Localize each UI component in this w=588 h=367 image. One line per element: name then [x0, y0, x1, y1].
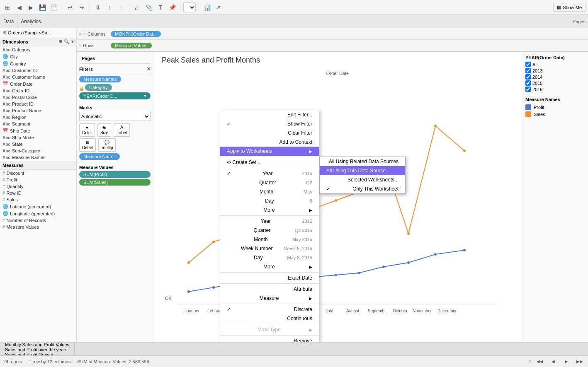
ctx-exact-date[interactable]: Exact Date	[220, 273, 319, 282]
bottom-tab-sales-and-profit-growth[interactable]: Sales and Profit Growth	[0, 352, 75, 356]
data-tab[interactable]: Data	[0, 15, 17, 28]
year-filter-2015[interactable]: 2015	[525, 80, 585, 86]
year-filter-All[interactable]: All	[525, 62, 585, 67]
sum-profit-pill[interactable]: SUM(Profit)	[79, 171, 151, 178]
marks-color-btn[interactable]: ● Color	[79, 123, 95, 137]
sidebar-dim-ship-date[interactable]: 📅Ship Date	[0, 127, 76, 134]
ctx-day-discrete[interactable]: Day 8	[220, 196, 319, 205]
sidebar-dim-order-id[interactable]: AbcOrder ID	[0, 87, 76, 94]
sort-desc-icon[interactable]: ↓	[116, 2, 126, 12]
show-me-button[interactable]: ▦ Show Me	[553, 3, 586, 12]
redo-icon[interactable]: ↪	[77, 2, 87, 12]
sub-all-this-datasource[interactable]: All Using This Data Source	[320, 166, 405, 175]
marks-size-btn[interactable]: ◉ Size	[97, 123, 111, 137]
ctx-edit-filter[interactable]: Edit Filter...	[220, 110, 319, 119]
sidebar-dim-category[interactable]: AbcCategory	[0, 46, 76, 53]
home-icon[interactable]: ⊞	[2, 2, 12, 12]
year-checkbox[interactable]	[525, 80, 531, 86]
ctx-more-discrete[interactable]: More ▶	[220, 205, 319, 215]
sidebar-dim-customer-name[interactable]: AbcCustomer Name	[0, 74, 76, 80]
ctx-continuous[interactable]: Continuous	[220, 314, 319, 323]
save-icon[interactable]: 💾	[37, 2, 47, 12]
marks-label-btn[interactable]: A Label	[114, 123, 129, 137]
sidebar-dim-order-date[interactable]: 📅Order Date	[0, 80, 76, 87]
sub-all-related[interactable]: All Using Related Data Sources	[320, 157, 405, 166]
marks-type-select[interactable]: Automatic	[79, 112, 151, 121]
ctx-more-cont[interactable]: More ▶	[220, 262, 319, 271]
year-checkbox[interactable]	[525, 87, 531, 92]
sidebar-meas-latitude--generated-[interactable]: 🌐Latitude (generated)	[0, 203, 76, 210]
ctx-month-discrete[interactable]: Month May	[220, 187, 319, 196]
ctx-day-cont[interactable]: Day May 8, 2015	[220, 253, 319, 262]
year-checkbox[interactable]	[525, 74, 531, 80]
clip-icon[interactable]: 📎	[144, 2, 154, 12]
swap-icon[interactable]: ⇅	[93, 2, 103, 12]
sidebar-dim-segment[interactable]: AbcSegment	[0, 121, 76, 127]
sidebar-meas-measure-values[interactable]: #Measure Values	[0, 224, 76, 230]
standard-select[interactable]: Standard	[183, 2, 196, 12]
sidebar-meas-quantity[interactable]: #Quantity	[0, 183, 76, 190]
chart-icon[interactable]: 📊	[202, 2, 212, 12]
page-back-btn[interactable]: ◀	[548, 357, 558, 367]
bottom-tab-monthly-sales-and-profit-values[interactable]: Monthly Sales and Profit Values	[0, 342, 75, 347]
year-filter-2013[interactable]: 2013	[525, 68, 585, 73]
sidebar-meas-discount[interactable]: #Discount	[0, 170, 76, 176]
ctx-measure[interactable]: Measure ▶	[220, 294, 319, 303]
filters-close-icon[interactable]: ✕	[147, 66, 151, 72]
sidebar-dim-postal-code[interactable]: AbcPostal Code	[0, 94, 76, 101]
undo-icon[interactable]: ↩	[65, 2, 75, 12]
ctx-attribute[interactable]: Attribute	[220, 285, 319, 294]
sidebar-dim-sub-category[interactable]: AbcSub-Category	[0, 147, 76, 154]
year-filter-2014[interactable]: 2014	[525, 74, 585, 80]
sidebar-meas-sales[interactable]: #Sales	[0, 196, 76, 203]
ctx-add-context[interactable]: Add to Context	[220, 138, 319, 147]
marks-measure-names-pill[interactable]: Measure Nam...	[79, 153, 120, 160]
ctx-remove[interactable]: Remove	[220, 336, 319, 342]
ctx-create-set[interactable]: ⊙ Create Set...	[220, 158, 319, 167]
forward-icon[interactable]: ▶	[26, 2, 36, 12]
analytics-tab[interactable]: Analytics	[17, 15, 44, 28]
sub-selected-worksheets[interactable]: Selected Worksheets...	[320, 175, 405, 184]
ctx-show-filter[interactable]: Show Filter	[220, 119, 319, 128]
back-icon[interactable]: ◀	[14, 2, 24, 12]
year-filter-2016[interactable]: 2016	[525, 87, 585, 92]
year-checkbox[interactable]	[525, 62, 531, 67]
grid-icon[interactable]: ⊞	[58, 39, 62, 44]
sidebar-meas-number-of-records[interactable]: #Number of Records	[0, 217, 76, 224]
year-checkbox[interactable]	[525, 68, 531, 73]
new-icon[interactable]: 📄	[49, 2, 59, 12]
pin-icon[interactable]: 📌	[167, 2, 177, 12]
text-icon[interactable]: T	[156, 2, 165, 12]
share-icon[interactable]: ↗	[214, 2, 224, 12]
marks-tooltip-btn[interactable]: 💬 Tooltip	[98, 138, 116, 152]
ctx-quarter-cont[interactable]: Quarter Q2 2015	[220, 226, 319, 235]
sum-sales-pill[interactable]: SUM(Sales)	[79, 179, 151, 186]
expand-icon[interactable]: ▾	[71, 39, 74, 44]
page-last-btn[interactable]: ▶▶	[575, 357, 585, 367]
ctx-year-cont[interactable]: Year 2015	[220, 217, 319, 226]
sidebar-meas-row-id[interactable]: #Row ID	[0, 190, 76, 196]
sidebar-dim-ship-mode[interactable]: AbcShip Mode	[0, 134, 76, 141]
sidebar-meas-longitude--generated-[interactable]: 🌐Longitude (generated)	[0, 210, 76, 217]
sidebar-dim-product-name[interactable]: AbcProduct Name	[0, 107, 76, 114]
sidebar-dim-product-id[interactable]: AbcProduct ID	[0, 101, 76, 107]
ctx-year-discrete[interactable]: Year 2015	[220, 169, 319, 178]
filter-year[interactable]: YEAR(Order D... ▾	[79, 92, 151, 99]
filter-category[interactable]: Category	[85, 84, 112, 91]
sidebar-dim-customer-id[interactable]: AbcCustomer ID	[0, 67, 76, 74]
search-icon[interactable]: 🔍	[64, 39, 70, 44]
filter-measure-names[interactable]: Measure Names	[79, 76, 121, 82]
page-prev-btn[interactable]: ◀◀	[535, 357, 545, 367]
ctx-apply-worksheets[interactable]: Apply to Worksheets ▶	[220, 147, 319, 156]
ctx-clear-filter[interactable]: Clear Filter	[220, 128, 319, 138]
sidebar-dim-city[interactable]: 🌐City	[0, 53, 76, 60]
dimensions-icons[interactable]: ⊞ 🔍 ▾	[58, 39, 74, 44]
sidebar-meas-profit[interactable]: #Profit	[0, 176, 76, 183]
sidebar-dim-state[interactable]: AbcState	[0, 141, 76, 147]
marks-detail-btn[interactable]: ⊞ Detail	[79, 138, 96, 152]
ctx-month-cont[interactable]: Month May 2015	[220, 235, 319, 244]
sort-asc-icon[interactable]: ↑	[104, 2, 114, 12]
sidebar-dim-country[interactable]: 🌐Country	[0, 60, 76, 67]
sub-only-this[interactable]: Only This Worksheet	[320, 184, 405, 193]
rows-pill[interactable]: Measure Values	[111, 43, 152, 48]
